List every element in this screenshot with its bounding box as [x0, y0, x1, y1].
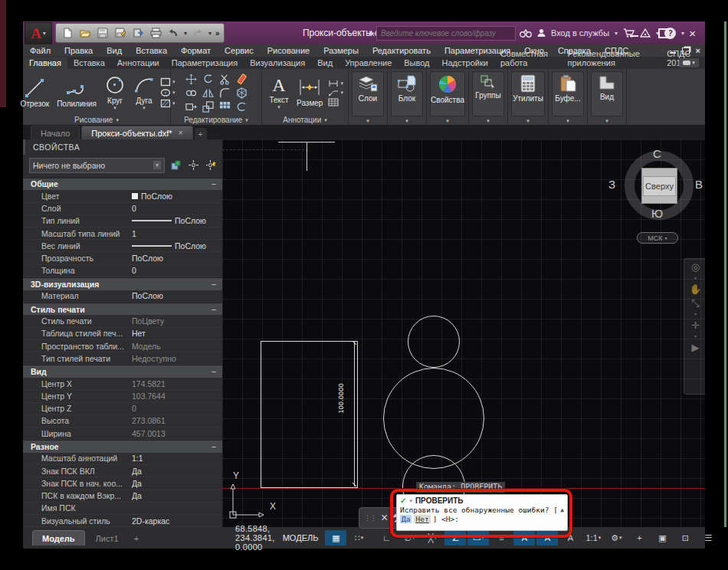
- property-row-transparency[interactable]: ПрозрачностьПоСлою: [23, 252, 222, 264]
- quick-select-button[interactable]: [205, 159, 218, 172]
- property-row-ucsicon[interactable]: Знак ПСК ВКЛДа: [23, 465, 222, 477]
- grip-icon[interactable]: ⋮⋮: [364, 514, 376, 522]
- section-view[interactable]: Вид−: [23, 365, 222, 378]
- property-row-ucsname[interactable]: Имя ПСК: [23, 503, 222, 515]
- menu-view[interactable]: Вид: [100, 46, 129, 55]
- panel-properties-footer[interactable]: ▾: [427, 116, 468, 125]
- trim-icon[interactable]: [219, 74, 231, 85]
- viewcube-west[interactable]: З: [608, 178, 615, 191]
- signin-label[interactable]: Вход в службы: [551, 28, 609, 38]
- property-row-visualstyle[interactable]: Визуальный стиль2D-каркас: [23, 515, 222, 527]
- menu-tools[interactable]: Сервис: [218, 46, 261, 55]
- table-button[interactable]: [328, 98, 343, 106]
- array-icon[interactable]: [219, 101, 231, 113]
- section-3d[interactable]: 3D-визуализация−: [23, 277, 222, 290]
- block-button[interactable]: Блок: [391, 71, 423, 116]
- open-file-button[interactable]: [78, 26, 92, 40]
- move-icon[interactable]: [185, 74, 197, 85]
- ribbon-tab-home[interactable]: Главная: [23, 57, 67, 69]
- section-misc[interactable]: Разное−: [23, 440, 222, 453]
- search-input[interactable]: [376, 26, 516, 41]
- panel-clipboard-footer[interactable]: ▾: [549, 116, 587, 125]
- property-row-centerz[interactable]: Центр Z0: [23, 403, 222, 415]
- polyline-button[interactable]: Полилиния: [54, 77, 99, 109]
- property-row-color[interactable]: ЦветПоСлою: [23, 190, 222, 202]
- circle-button[interactable]: Круг ▾: [102, 74, 128, 112]
- property-row-height[interactable]: Высота273.0861: [23, 415, 222, 428]
- model-space-button[interactable]: МОДЕЛЬ: [283, 533, 319, 542]
- doc-tab-close-icon[interactable]: ×: [179, 129, 183, 137]
- groups-button[interactable]: Группы: [472, 71, 504, 116]
- undo-button[interactable]: [166, 26, 180, 40]
- drawing-circle-large[interactable]: [383, 368, 484, 469]
- view-button[interactable]: Вид: [591, 71, 623, 116]
- property-row-plotstyle[interactable]: Стиль печатиПоЦвету: [23, 315, 222, 327]
- panel-view-footer[interactable]: ▾: [588, 116, 626, 125]
- collapse-icon[interactable]: −: [212, 280, 216, 289]
- drawing-rectangle[interactable]: [261, 341, 358, 488]
- ribbon-tab-featured-apps[interactable]: Рекомендованные приложения: [562, 48, 661, 69]
- property-row-material[interactable]: МатериалПоСлою: [23, 290, 222, 303]
- property-row-layer[interactable]: Слой0: [23, 203, 222, 215]
- qat-more-button[interactable]: »: [215, 29, 219, 38]
- stretch-icon[interactable]: [185, 101, 197, 113]
- menu-file[interactable]: Файл: [23, 46, 57, 55]
- transfer-button[interactable]: [131, 26, 145, 40]
- new-layout-button[interactable]: +: [130, 534, 143, 543]
- dimension-line[interactable]: [354, 341, 355, 486]
- property-row-lineweight[interactable]: Вес линийПоСлою: [23, 240, 222, 252]
- property-row-plottable[interactable]: Таблица стилей печ...Нет: [23, 328, 222, 340]
- menu-modify[interactable]: Редактировать: [366, 46, 438, 55]
- property-row-linetype[interactable]: Тип линийПоСлою: [23, 215, 222, 228]
- property-row-plotspace[interactable]: Пространство табли...Модель: [23, 340, 222, 352]
- save-as-button[interactable]: [113, 26, 127, 40]
- erase-icon[interactable]: [236, 74, 248, 85]
- property-row-centerx[interactable]: Центр X174.5821: [23, 378, 222, 390]
- save-button[interactable]: [96, 26, 110, 40]
- menu-edit[interactable]: Правка: [57, 46, 100, 55]
- close-button[interactable]: ×: [689, 28, 696, 39]
- new-file-button[interactable]: [61, 26, 74, 40]
- ribbon-tab-parametric[interactable]: Параметризация: [166, 57, 244, 69]
- collapse-icon[interactable]: −: [212, 367, 216, 376]
- panel-utilities-footer[interactable]: ▾: [508, 116, 548, 125]
- ribbon-tab-addins[interactable]: Надстройки: [436, 57, 494, 69]
- ribbon-display-toggle[interactable]: ▾: [679, 58, 699, 67]
- option-yes[interactable]: Да: [400, 515, 412, 523]
- chevron-down-icon[interactable]: ▾: [694, 276, 697, 280]
- viewcube-south[interactable]: Ю: [651, 207, 663, 220]
- show-motion-icon[interactable]: ▶: [692, 342, 700, 352]
- ucs-selector[interactable]: МСК▾: [637, 232, 678, 244]
- rotate-icon[interactable]: [202, 74, 214, 85]
- annotation-scale-button[interactable]: 1:1▾: [582, 530, 604, 545]
- scale-icon[interactable]: [202, 101, 214, 113]
- layout-tab-sheet1[interactable]: Лист1: [87, 531, 128, 545]
- text-button[interactable]: A Текст ▾: [267, 74, 291, 111]
- collapse-icon[interactable]: −: [212, 179, 216, 188]
- signin-dropdown[interactable]: ▾: [615, 30, 618, 37]
- doc-tab-start[interactable]: Начало: [31, 126, 80, 139]
- option-no[interactable]: Нет: [414, 515, 430, 523]
- menu-insert[interactable]: Вставка: [129, 46, 174, 55]
- command-close-icon[interactable]: ×: [381, 511, 388, 525]
- clean-screen-button[interactable]: ⊡: [674, 530, 696, 545]
- undo-dropdown[interactable]: ▾: [184, 30, 187, 37]
- zoom-extents-icon[interactable]: ⤡: [691, 298, 699, 308]
- orbit-icon[interactable]: ✛: [691, 320, 700, 330]
- isolate-objects-button[interactable]: ▣: [651, 530, 673, 545]
- property-row-thickness[interactable]: Толщина0: [23, 265, 222, 277]
- viewcube-top-face[interactable]: Сверху: [641, 168, 677, 204]
- dimension-button[interactable]: Размер: [294, 77, 325, 108]
- leader-button[interactable]: ▾: [328, 89, 343, 97]
- arc-button[interactable]: Дуга ▾: [131, 74, 157, 112]
- customization-menu-button[interactable]: ☰: [697, 530, 719, 545]
- ribbon-tab-annotate[interactable]: Аннотации: [111, 57, 166, 69]
- collapse-icon[interactable]: −: [212, 442, 216, 451]
- section-plotstyle[interactable]: Стиль печати−: [23, 303, 222, 316]
- property-row-plottype[interactable]: Тип стилей печатиНедоступно: [23, 352, 222, 365]
- annotation-monitor-button[interactable]: +: [628, 530, 650, 545]
- redo-button[interactable]: [191, 26, 205, 40]
- ribbon-tab-collaborate[interactable]: Совместная работа: [494, 48, 562, 69]
- snap-toggle[interactable]: ∷▾: [348, 530, 369, 545]
- drawing-circle-small-top[interactable]: [408, 316, 460, 368]
